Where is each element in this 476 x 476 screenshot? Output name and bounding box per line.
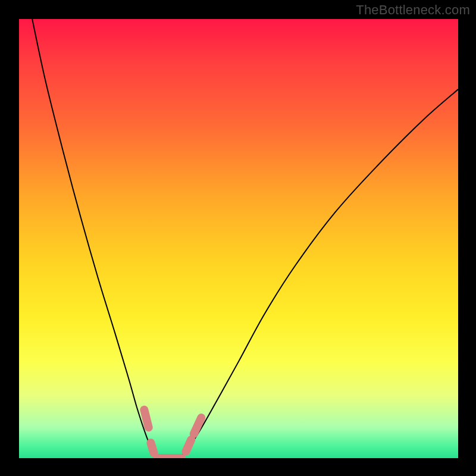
chart-plot-area <box>19 19 458 458</box>
right-marker-1 <box>186 440 191 452</box>
optimal-markers <box>144 410 201 458</box>
curve-right <box>177 89 458 458</box>
left-marker-1 <box>144 410 148 428</box>
watermark-text: TheBottleneck.com <box>356 2 470 18</box>
left-marker-2 <box>151 443 154 453</box>
chart-svg <box>19 19 458 458</box>
curve-left <box>32 19 159 458</box>
right-marker-2 <box>194 418 202 434</box>
